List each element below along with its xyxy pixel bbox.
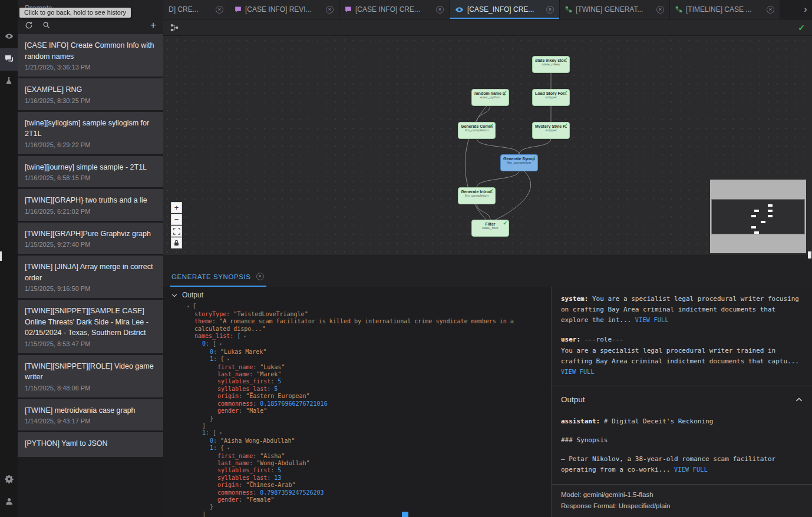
left-resize-grip[interactable] (0, 251, 2, 261)
json-line: ] (171, 422, 543, 429)
flow-node[interactable]: random name g...exec_python✓ (471, 89, 509, 106)
json-line: storyType: "TwistedLoveTriangle" (171, 311, 543, 318)
bottom-panel-content: Output ▾ {storyType: "TwistedLoveTriangl… (163, 287, 812, 517)
messages-divider (552, 386, 812, 386)
zoom-out-button[interactable]: − (171, 214, 182, 225)
system-view-full-link[interactable]: VIEW FULL (635, 317, 669, 323)
chat-icon (235, 6, 242, 13)
canvas-success-check-icon: ✓ (798, 23, 805, 32)
node-sublabel: llm_completion (461, 128, 493, 132)
add-prompt-button[interactable]: + (150, 20, 156, 30)
model-info-footer: Model: gemini/gemini-1.5-flash Response … (552, 484, 812, 517)
bottom-tab-generate-synopsis[interactable]: GENERATE SYNOPSIS × (170, 273, 266, 287)
prompt-list-item[interactable]: [twine][journey] simple sample - 2T1L1/1… (18, 156, 163, 188)
refresh-icon[interactable] (25, 21, 33, 29)
layout-icon[interactable] (170, 24, 179, 32)
editor-tab-bar: D] CRE...×[CASE INFO] REVI...×[CASE INFO… (163, 0, 812, 19)
prompt-list-item[interactable]: [TWINE] metroidvania case graph1/14/2025… (18, 399, 163, 431)
json-line: theme: "A romance scam facilitator is ki… (171, 318, 543, 333)
bottom-scroll-handle[interactable] (402, 512, 408, 517)
prompt-list-item[interactable]: [CASE INFO] Create Common Info with rand… (18, 34, 163, 77)
activity-bar (0, 0, 18, 517)
tab-close-icon[interactable]: × (656, 6, 664, 14)
prompt-timestamp: 1/15/2025, 8:53:47 PM (25, 340, 156, 347)
flow-node[interactable]: Mystery Style F...snippet✓ (532, 122, 570, 139)
output-section-label: Output (561, 393, 585, 406)
output-collapse-header[interactable]: Output (171, 291, 551, 299)
json-line: } (171, 415, 543, 422)
editor-tab[interactable]: [CASE INFO] REVI...× (229, 0, 339, 19)
prompt-list-item[interactable]: [TWINE] [JINJA] Array merge in correct o… (18, 256, 163, 298)
json-line: 0: "Lukas Marek" (171, 349, 543, 356)
gear-icon (5, 475, 14, 486)
tab-label: [CASE INFO] REVI... (245, 5, 322, 14)
prompt-timestamp: 1/16/2025, 8:30:25 PM (25, 97, 156, 104)
flow-node[interactable]: Load Story For...snippet✓ (532, 89, 570, 106)
prompt-list-item[interactable]: [TWINE][SNIPPET][ROLE] Video game writer… (18, 355, 163, 397)
node-label: state mkey stor... (535, 58, 567, 62)
prompt-timestamp: 1/14/2025, 9:43:17 PM (25, 417, 156, 425)
json-line: syllables_last: 5 (171, 386, 543, 393)
zoom-controls: +− (171, 202, 182, 248)
lock-button[interactable] (171, 237, 182, 248)
prompt-list-item[interactable]: [PYTHON] Yaml to JSON (18, 432, 163, 457)
flask-icon (5, 77, 13, 87)
assistant-message: assistant: # Digital Deceit's Reckoning … (561, 416, 803, 476)
assistant-view-full-link[interactable]: VIEW FULL (674, 466, 708, 473)
tab-close-icon[interactable]: × (546, 6, 554, 14)
activity-item-account[interactable] (0, 491, 18, 513)
flow-node[interactable]: Generate Synop...llm_completion✓ (500, 154, 538, 171)
right-resize-grip[interactable] (808, 251, 811, 258)
prompt-list-item[interactable]: [twine][syllogism] sample syllogism for … (18, 112, 163, 154)
tab-close-icon[interactable]: × (326, 6, 334, 14)
flow-node[interactable]: Filterstate_filter✓ (471, 220, 509, 237)
node-label: Mystery Style F... (535, 124, 567, 128)
prompt-list-item[interactable]: [TWINE][GRAPH]Pure Graphviz graph1/15/20… (18, 223, 163, 254)
tab-label: [TWINE] GENERAT... (576, 5, 653, 14)
activity-item-flask[interactable] (0, 71, 18, 93)
json-tree[interactable]: ▾ {storyType: "TwistedLoveTriangle"theme… (171, 303, 551, 517)
prompts-icon (5, 54, 14, 65)
editor-tab[interactable]: [TIMELINE] CASE ...× (670, 0, 780, 19)
activity-bar-top (0, 0, 18, 93)
zoom-in-button[interactable]: + (171, 202, 182, 213)
tab-overflow-chevron[interactable]: › (799, 0, 812, 19)
fit-view-button[interactable] (171, 226, 182, 237)
tab-label: [TIMELINE] CASE ... (686, 5, 763, 14)
json-line: first_name: "Lukas" (171, 364, 543, 371)
activity-item-eye[interactable] (0, 26, 18, 48)
editor-tab[interactable]: D] CRE...× (163, 0, 229, 19)
prompt-list-item[interactable]: [TWINE][GRAPH} two truths and a lie1/16/… (18, 189, 163, 221)
tab-close-icon[interactable]: × (216, 6, 223, 14)
flow-node[interactable]: state mkey stor...state_mkey✓ (532, 56, 570, 73)
editor-tab[interactable]: [CASE INFO] CRE...× (339, 0, 450, 19)
prompt-title: [TWINE][GRAPH]Pure Graphviz graph (25, 228, 156, 240)
editor-tab[interactable]: [TWINE] GENERAT...× (560, 0, 670, 19)
minimap-viewport (711, 199, 805, 234)
user-view-full-link[interactable]: VIEW FULL (561, 367, 803, 377)
flow-canvas[interactable]: state mkey stor...state_mkey✓random name… (163, 36, 812, 256)
chat-icon (345, 6, 352, 13)
json-line: 1: { ▾ (171, 356, 543, 363)
output-section-header[interactable]: Output (561, 393, 803, 406)
minimap-node (754, 210, 759, 212)
search-icon[interactable] (42, 21, 50, 29)
json-line: names_list: [ ▾ (171, 333, 543, 340)
bottom-tab-close-icon[interactable]: × (256, 273, 264, 280)
json-line: ] (171, 511, 543, 517)
prompt-list-item[interactable]: [TWINE][SNIPPET][SAMPLE CASE] Online Thr… (18, 300, 163, 353)
json-line: gender: "Male" (171, 407, 543, 415)
prompt-list-item[interactable]: [EXAMPLE] RNG1/16/2025, 8:30:25 PM (18, 78, 163, 110)
tab-close-icon[interactable]: × (436, 6, 444, 14)
app-root: Click to go back, hold to see history Pr… (0, 0, 812, 517)
tab-close-icon[interactable]: × (767, 6, 774, 14)
minimap[interactable] (710, 180, 806, 253)
response-format-info: Response Format: Unspecified/plain (561, 501, 803, 512)
activity-item-gear[interactable] (0, 469, 18, 491)
activity-item-prompts[interactable] (0, 48, 18, 71)
assistant-role-label: assistant: (561, 417, 600, 425)
flow-node[interactable]: Generate Introd...llm_completion✓ (458, 187, 496, 204)
flow-node[interactable]: Generate Comm...llm_completion✓ (458, 122, 496, 139)
editor-tab[interactable]: [CASE_INFO] CRE...× (450, 0, 560, 19)
json-line: ▾ { (171, 303, 543, 310)
